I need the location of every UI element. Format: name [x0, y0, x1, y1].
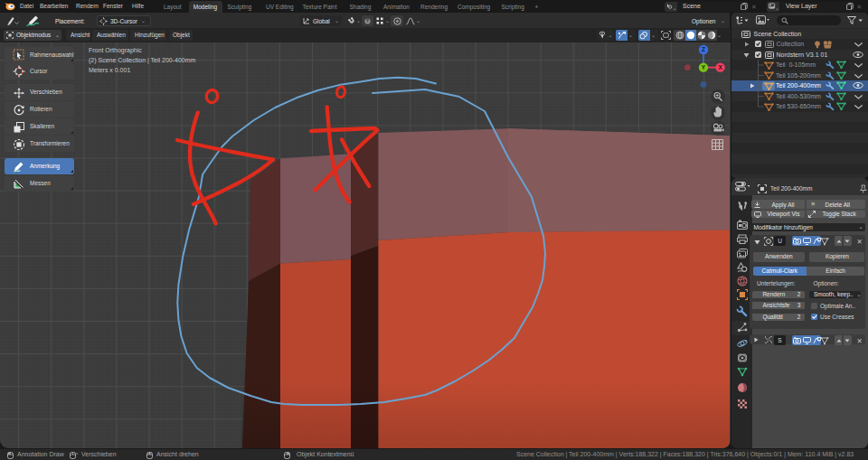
svg-text:X: X	[718, 64, 722, 70]
svg-text:Z: Z	[702, 46, 705, 52]
svg-text:Y: Y	[702, 64, 706, 70]
